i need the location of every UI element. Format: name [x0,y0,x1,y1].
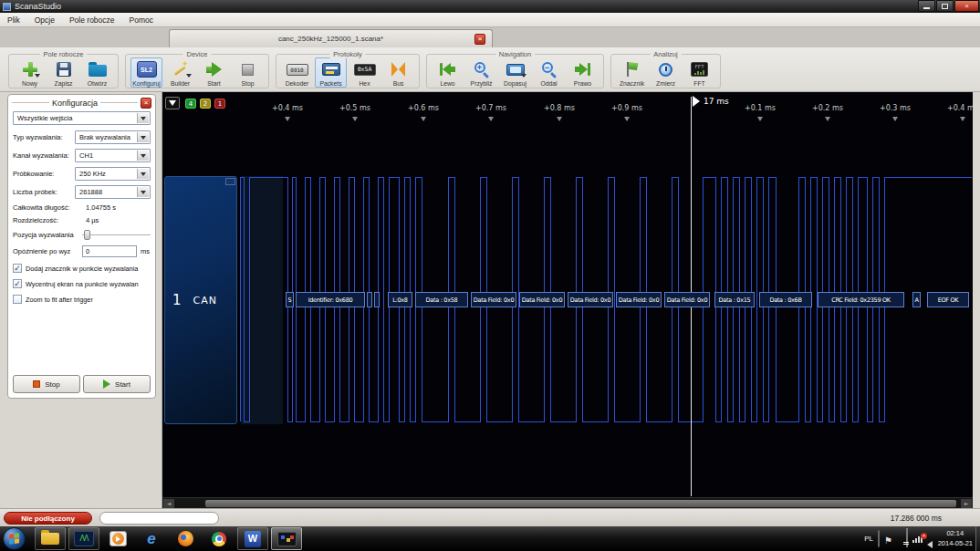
checkbox-checked[interactable]: ✓ [13,279,22,288]
toolbar-button-dekoder[interactable]: 0010Dekoder [281,57,313,88]
menu-item-pomoc[interactable]: Pomoc [122,13,161,26]
channel-block[interactable]: 1 CAN [164,176,237,424]
dropdown-caret-icon [186,74,192,80]
decoded-field[interactable]: Data Field: 0x0 [616,292,662,307]
scroll-right-icon[interactable]: ► [961,499,972,508]
config-select-value: Brak wyzwalania [79,133,130,141]
can-bit-box[interactable] [367,292,372,307]
stop-button[interactable]: Stop [13,375,80,393]
decoded-field[interactable]: A [912,292,921,307]
toolbar-button-otwórz[interactable]: Otwórz [81,57,113,88]
decoded-field[interactable]: CRC Field: 0x2359 OK [818,292,904,307]
toolbar-button-prawo[interactable]: Prawo [567,57,599,88]
taskbar-app-media-player[interactable] [102,527,133,550]
toolbar-button-label: Hex [359,80,370,87]
fft-display-icon: FFT [691,59,708,79]
new-plus-icon [22,59,38,79]
maximize-button[interactable] [936,0,954,12]
decoded-field[interactable]: EOF OK [927,292,969,307]
menu-item-opcje[interactable]: Opcje [27,13,62,26]
delay-input[interactable] [82,245,137,257]
tab-close-icon[interactable]: × [474,34,485,45]
taskbar-app-explorer[interactable] [35,527,66,550]
menu-item-plik[interactable]: Plik [0,13,27,26]
decoded-field[interactable]: Identifier: 0x680 [296,292,365,307]
decoded-field[interactable]: Data Field: 0x0 [568,292,613,307]
toolbar-button-nowy[interactable]: Nowy [14,57,46,88]
toolbar-button-start[interactable]: Start [198,57,230,88]
checkbox-checked[interactable]: ✓ [13,264,22,273]
start-arrow-icon [206,59,222,79]
config-info-label: Rozdzielczość: [13,216,86,224]
tray-installer-icon[interactable] [906,531,908,547]
minimize-button[interactable] [918,0,935,12]
taskbar-app-scanastudio[interactable]: ΛΛ [68,527,99,550]
language-indicator[interactable]: PL [864,535,873,543]
toolbar-button-hex[interactable]: 0x5AHex [349,57,381,88]
status-bar: Nie podłączony 17.286 000 ms [0,508,980,526]
toolbar-button-zmierz[interactable]: Zmierz [650,57,682,88]
scroll-left-icon[interactable]: ◄ [163,499,174,508]
zoom-in-icon: + [474,59,490,79]
panel-close-icon[interactable]: × [141,98,151,109]
decoded-field[interactable]: L:0x8 [388,292,412,307]
chevron-down-icon [137,187,149,197]
toolbar-button-dopasuj[interactable]: Dopasuj [499,57,531,88]
taskbar-app-firefox[interactable] [170,527,201,550]
stop-button-label: Stop [45,380,59,389]
decoded-field[interactable]: Data : 0x6B [759,292,812,307]
decoded-field[interactable]: S [286,292,294,307]
config-select-1[interactable]: CH1 [75,149,151,162]
show-desktop-button[interactable] [975,526,980,551]
config-select-2[interactable]: 250 KHz [75,167,151,181]
menu-item-pole-robocze[interactable]: Pole robocze [62,13,122,26]
toolbar-button-zapisz[interactable]: Zapisz [47,57,79,88]
checkbox-label: Zoom to fit after trigger [26,296,93,304]
tray-flag-icon[interactable]: ⚑ [884,531,892,547]
start-button[interactable]: Start [83,375,151,393]
can-bit-box[interactable] [374,292,380,307]
zoom-out-icon: − [541,59,558,79]
toolbar-button-konfiguruj[interactable]: SL2Konfiguruj [130,57,162,88]
toolbar-button-oddal[interactable]: −Oddal [533,57,565,88]
taskbar-app-word[interactable]: W [237,527,268,550]
taskbar-app-chrome[interactable] [203,527,235,550]
decoded-field[interactable]: Data : 0x15 [714,292,755,307]
toolbar-button-label: Przybliż [471,80,493,87]
config-select-0[interactable]: Brak wyzwalania [75,130,151,144]
input-source-select[interactable]: Wszystkie wejścia [13,111,151,125]
decoded-field[interactable]: Data Field: 0x0 [471,292,516,307]
config-select-3[interactable]: 261888 [75,185,151,199]
toolbar-button-packets[interactable]: Packets [315,57,347,88]
scanastudio-window-icon [277,532,297,546]
checkbox-unchecked[interactable] [13,295,22,304]
decoded-field[interactable]: Data : 0x58 [415,292,468,307]
slider-thumb[interactable] [84,230,90,240]
toolbar-button-label: Otwórz [88,80,108,87]
taskbar-clock[interactable]: 02:14 2014-05-21 [938,528,973,548]
channel-settings-icon[interactable] [225,178,235,185]
config-select-value: 261888 [79,188,102,196]
channel-number: 1 [172,292,182,308]
taskbar-app-scanastudio-window[interactable] [271,527,302,550]
decoded-field[interactable]: Data Field: 0x0 [519,292,565,307]
config-row-label: Próbkowanie: [13,170,75,178]
tray-keyboard-icon[interactable] [878,531,880,547]
trigger-position-slider[interactable] [82,229,151,241]
toolbar-button-label: Bus [393,80,404,87]
close-button[interactable]: × [954,0,979,12]
time-marker-flag[interactable]: 17 ms [693,96,729,107]
document-tab[interactable]: canc_250kHz_125000_1.scana* × [169,29,493,47]
toolbar-button-lewo[interactable]: Lewo [432,57,464,88]
toolbar-button-bus[interactable]: Bus [382,57,414,88]
toolbar-button-builder[interactable]: ✦Builder [164,57,196,88]
start-orb-button[interactable] [3,527,26,550]
toolbar-button-znacznik[interactable]: Znacznik [616,57,648,88]
scrollbar-thumb[interactable] [205,500,956,507]
taskbar-app-internet-explorer[interactable]: e [136,527,167,550]
toolbar-button-przybliż[interactable]: +Przybliż [465,57,497,88]
decoded-field[interactable]: Data Field: 0x0 [664,292,710,307]
toolbar-button-fft[interactable]: FFTFFT [683,57,715,88]
toolbar-button-stop[interactable]: Stop [232,57,264,88]
toolbar-group-protokoły: Protokoły0010DekoderPackets0x5AHexBus [276,54,420,88]
